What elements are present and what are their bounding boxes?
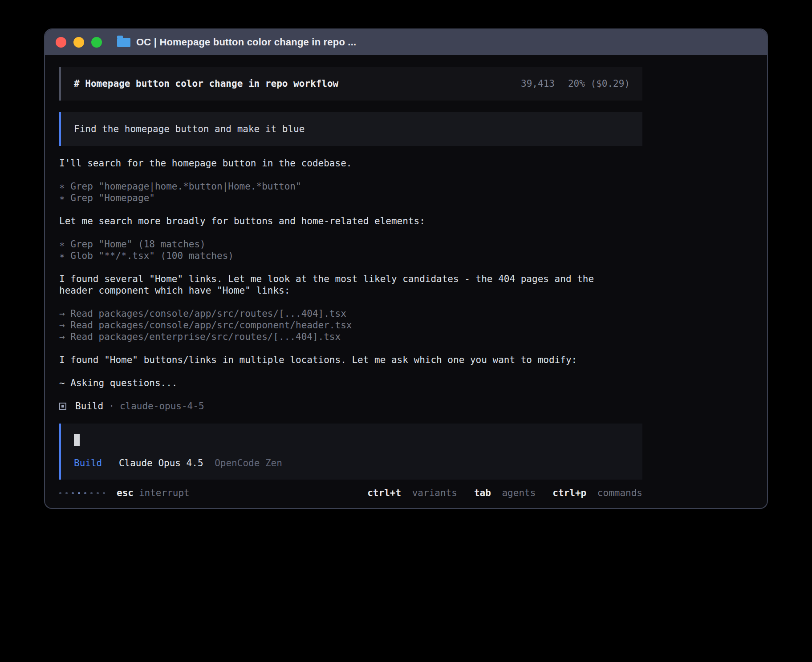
session-header: # Homepage button color change in repo w… — [59, 67, 642, 101]
hint-label: agents — [502, 488, 536, 498]
titlebar[interactable]: OC | Homepage button color change in rep… — [45, 29, 767, 55]
hint-key: ctrl+t — [367, 488, 401, 498]
tool-call-group: → Read packages/console/app/src/routes/[… — [59, 308, 642, 343]
hint-variants: ctrl+t variants — [367, 487, 457, 499]
tool-call-line: ∗ Grep "homepage|home.*button|Home.*butt… — [59, 181, 642, 192]
tool-call-line: ∗ Glob "**/*.tsx" (100 matches) — [59, 250, 642, 262]
tool-call-group: ∗ Grep "Home" (18 matches) ∗ Glob "**/*.… — [59, 238, 642, 262]
input-model-label: Claude Opus 4.5 — [119, 458, 203, 468]
user-message: Find the homepage button and make it blu… — [59, 112, 642, 146]
tool-call-line: → Read packages/console/app/src/routes/[… — [59, 308, 642, 319]
folder-icon — [117, 38, 130, 47]
assistant-paragraph: I'll search for the homepage button in t… — [59, 157, 611, 169]
input-meta: Build Claude Opus 4.5 OpenCode Zen — [74, 457, 630, 469]
assistant-paragraph: I found several "Home" links. Let me loo… — [59, 273, 611, 296]
hint-key: ctrl+p — [552, 488, 586, 498]
zoom-button[interactable] — [91, 37, 102, 48]
token-count: 39,413 — [521, 78, 555, 89]
square-dot-icon — [59, 403, 66, 410]
block-cursor — [74, 434, 80, 446]
agent-name: Build — [75, 400, 103, 412]
input-provider-label: OpenCode Zen — [215, 458, 282, 468]
close-button[interactable] — [56, 37, 66, 48]
assistant-transcript: I'll search for the homepage button in t… — [59, 157, 642, 412]
agent-status-line: Build · claude-opus-4-5 — [59, 400, 642, 412]
esc-key-label: interrupt — [139, 487, 190, 499]
assistant-paragraph: Let me search more broadly for buttons a… — [59, 215, 611, 227]
hint-label: variants — [412, 488, 457, 498]
session-title: # Homepage button color change in repo w… — [74, 78, 338, 89]
agent-separator: · — [109, 400, 114, 412]
agent-model: claude-opus-4-5 — [120, 400, 204, 412]
input-agent-label: Build — [74, 458, 102, 468]
hint-agents: tab agents — [474, 487, 536, 499]
user-message-text: Find the homepage button and make it blu… — [74, 124, 304, 134]
tool-call-line: → Read packages/console/app/src/componen… — [59, 319, 642, 331]
terminal-content: # Homepage button color change in repo w… — [45, 55, 657, 499]
tool-call-line: ∗ Grep "Home" (18 matches) — [59, 238, 642, 250]
window-title: OC | Homepage button color change in rep… — [136, 36, 356, 48]
statusbar: esc interrupt ctrl+t variants tab agents… — [59, 487, 642, 499]
esc-key-hint: esc — [117, 487, 134, 499]
minimize-button[interactable] — [73, 37, 84, 48]
hint-label: commands — [597, 488, 642, 498]
assistant-status-line: ~ Asking questions... — [59, 377, 611, 389]
tool-call-line: ∗ Grep "Homepage" — [59, 192, 642, 204]
traffic-lights — [56, 37, 102, 48]
hint-key: tab — [474, 488, 491, 498]
context-usage: 20% ($0.29) — [568, 78, 630, 89]
hint-commands: ctrl+p commands — [552, 487, 642, 499]
tool-call-group: ∗ Grep "homepage|home.*button|Home.*butt… — [59, 181, 642, 204]
message-input[interactable]: Build Claude Opus 4.5 OpenCode Zen — [59, 424, 642, 480]
assistant-paragraph: I found "Home" buttons/links in multiple… — [59, 354, 611, 366]
spinner-dots-icon — [59, 492, 105, 494]
tool-call-line: → Read packages/enterprise/src/routes/[.… — [59, 331, 642, 343]
terminal-window: OC | Homepage button color change in rep… — [44, 28, 768, 509]
